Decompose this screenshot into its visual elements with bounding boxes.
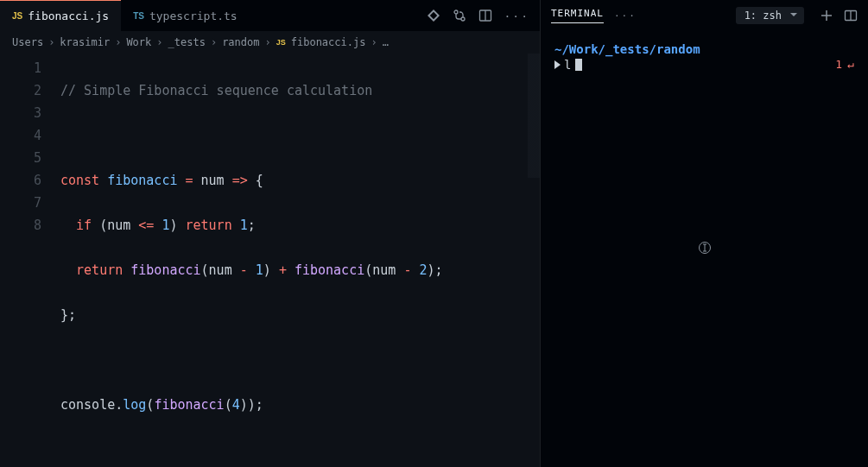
line-number: 3 <box>0 102 41 124</box>
line-number: 7 <box>0 192 41 214</box>
breadcrumb-segment[interactable]: _tests <box>168 36 206 48</box>
terminal-command: l <box>564 57 571 73</box>
code-token: ) <box>263 262 271 278</box>
breadcrumb-segment[interactable]: krasimir <box>60 36 110 48</box>
breadcrumb-more[interactable]: … <box>383 36 389 48</box>
code-token: log <box>123 397 146 413</box>
code-token: ( <box>225 397 232 413</box>
minimap[interactable] <box>528 54 540 364</box>
code-token: ) <box>240 397 248 413</box>
line-number: 1 <box>0 57 41 79</box>
breadcrumb-segment[interactable]: random <box>222 36 259 48</box>
code-token: ) <box>427 262 434 278</box>
code-token: <= <box>138 218 154 233</box>
terminal-tab[interactable]: TERMINAL <box>551 8 604 23</box>
svg-point-0 <box>454 10 458 14</box>
terminal-cursor <box>575 59 582 71</box>
code-token: = <box>186 173 193 188</box>
code-token: ; <box>435 262 443 278</box>
code-token: fibonacci <box>130 262 200 278</box>
code-editor[interactable]: 1 2 3 4 5 6 7 8 // Simple Fibonacci sequ… <box>0 54 540 467</box>
code-token: // Simple Fibonacci sequence calculation <box>60 83 372 98</box>
tab-typescript[interactable]: TS typescript.ts <box>121 0 250 31</box>
ts-file-icon: TS <box>133 11 144 21</box>
code-token: ; <box>248 218 256 233</box>
code-token: if <box>76 218 92 233</box>
code-token: - <box>403 262 411 278</box>
source-control-icon[interactable] <box>427 9 440 22</box>
line-number: 4 <box>0 124 41 147</box>
prompt-triangle-icon <box>554 60 561 69</box>
split-terminal-icon[interactable] <box>844 9 858 22</box>
code-token: + <box>279 262 287 278</box>
split-editor-icon[interactable] <box>478 9 492 22</box>
code-token: }; <box>60 307 76 323</box>
code-token: ) <box>248 397 256 413</box>
line-number: 5 <box>0 147 41 169</box>
more-actions-icon[interactable]: ··· <box>504 9 529 22</box>
code-token: console <box>60 397 115 413</box>
terminal-selector[interactable]: 1: zsh <box>736 7 804 24</box>
breadcrumb-segment[interactable]: Work <box>126 36 151 48</box>
editor-pane: JS fibonacci.js TS typescript.ts ··· Use… <box>0 0 540 467</box>
code-token: 4 <box>232 397 240 413</box>
tab-actions: ··· <box>427 0 540 31</box>
svg-point-1 <box>461 17 465 21</box>
code-content[interactable]: // Simple Fibonacci sequence calculation… <box>60 57 540 467</box>
code-token: ) <box>169 218 177 233</box>
code-token: ; <box>256 397 263 413</box>
terminal-prompt-line: l <box>554 57 854 73</box>
code-token: 1 <box>240 218 248 233</box>
code-token: - <box>240 262 248 278</box>
status-code: 1 <box>835 57 842 73</box>
tab-label: typescript.ts <box>149 9 238 22</box>
code-token: num <box>372 262 396 278</box>
line-number: 8 <box>0 214 41 237</box>
line-number: 2 <box>0 79 41 102</box>
code-token: => <box>232 173 248 188</box>
code-token: num <box>209 262 232 278</box>
code-token: return <box>186 218 232 233</box>
code-token: { <box>256 173 263 188</box>
code-token: ( <box>364 262 372 278</box>
js-file-icon: JS <box>12 11 22 21</box>
tab-label: fibonacci.js <box>28 9 109 22</box>
code-token: num <box>107 218 130 233</box>
new-terminal-icon[interactable] <box>820 9 833 22</box>
tab-fibonacci[interactable]: JS fibonacci.js <box>0 0 121 31</box>
breadcrumb-file[interactable]: fibonacci.js <box>291 36 366 48</box>
terminal-pane: TERMINAL ··· 1: zsh ~/Work/_tests/random… <box>540 0 868 467</box>
breadcrumb-segment[interactable]: Users <box>12 36 43 48</box>
terminal-more-icon[interactable]: ··· <box>614 10 637 22</box>
return-icon: ↵ <box>847 57 854 73</box>
breadcrumb[interactable]: Users› krasimir› Work› _tests› random› J… <box>0 31 540 54</box>
code-token: ( <box>99 218 107 233</box>
text-cursor-icon <box>698 241 712 258</box>
terminal-cwd: ~/Work/_tests/random <box>554 41 854 57</box>
terminal-body[interactable]: ~/Work/_tests/random l 1 ↵ <box>541 31 868 467</box>
code-token: . <box>115 397 123 413</box>
code-token: fibonacci <box>295 262 364 278</box>
code-token: fibonacci <box>154 397 224 413</box>
compare-changes-icon[interactable] <box>453 9 466 22</box>
code-token: 1 <box>256 262 263 278</box>
js-file-icon: JS <box>276 38 286 47</box>
code-token: ( <box>201 262 209 278</box>
terminal-header: TERMINAL ··· 1: zsh <box>541 0 868 31</box>
line-number-gutter: 1 2 3 4 5 6 7 8 <box>0 57 60 467</box>
terminal-last-status: 1 ↵ <box>835 57 854 73</box>
code-token: return <box>76 262 123 278</box>
code-token: const <box>60 173 99 188</box>
code-token: fibonacci <box>107 173 177 188</box>
line-number: 6 <box>0 169 41 192</box>
code-token: num <box>201 173 225 188</box>
editor-tabs: JS fibonacci.js TS typescript.ts ··· <box>0 0 540 31</box>
